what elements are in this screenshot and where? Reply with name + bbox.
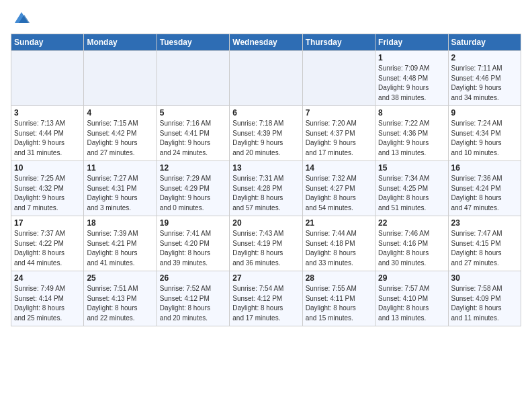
- day-number: 22: [378, 218, 445, 228]
- day-number: 11: [87, 163, 153, 173]
- calendar-cell: 25Sunrise: 7:51 AM Sunset: 4:13 PM Dayli…: [84, 271, 157, 326]
- day-info: Sunrise: 7:54 AM Sunset: 4:12 PM Dayligh…: [232, 284, 299, 323]
- day-number: 26: [160, 273, 226, 283]
- day-info: Sunrise: 7:51 AM Sunset: 4:13 PM Dayligh…: [87, 284, 153, 323]
- day-number: 16: [451, 163, 518, 173]
- day-info: Sunrise: 7:20 AM Sunset: 4:37 PM Dayligh…: [306, 119, 372, 158]
- day-info: Sunrise: 7:41 AM Sunset: 4:20 PM Dayligh…: [160, 229, 226, 268]
- day-info: Sunrise: 7:46 AM Sunset: 4:16 PM Dayligh…: [378, 229, 445, 268]
- day-info: Sunrise: 7:39 AM Sunset: 4:21 PM Dayligh…: [87, 229, 153, 268]
- day-info: Sunrise: 7:47 AM Sunset: 4:15 PM Dayligh…: [451, 229, 518, 268]
- weekday-header-thursday: Thursday: [302, 34, 375, 51]
- weekday-header-wednesday: Wednesday: [230, 34, 302, 51]
- calendar-cell: 18Sunrise: 7:39 AM Sunset: 4:21 PM Dayli…: [84, 216, 157, 271]
- day-number: 25: [87, 273, 153, 283]
- calendar-cell: 4Sunrise: 7:15 AM Sunset: 4:42 PM Daylig…: [84, 106, 157, 161]
- calendar-cell: 8Sunrise: 7:22 AM Sunset: 4:36 PM Daylig…: [375, 106, 448, 161]
- calendar-cell: 10Sunrise: 7:25 AM Sunset: 4:32 PM Dayli…: [11, 161, 84, 216]
- calendar-cell: 26Sunrise: 7:52 AM Sunset: 4:12 PM Dayli…: [157, 271, 229, 326]
- calendar-cell: [11, 51, 84, 106]
- day-number: 19: [160, 218, 226, 228]
- day-info: Sunrise: 7:36 AM Sunset: 4:24 PM Dayligh…: [451, 174, 518, 213]
- calendar-cell: 22Sunrise: 7:46 AM Sunset: 4:16 PM Dayli…: [375, 216, 448, 271]
- logo: [11, 8, 31, 27]
- calendar-cell: 19Sunrise: 7:41 AM Sunset: 4:20 PM Dayli…: [157, 216, 229, 271]
- weekday-header-sunday: Sunday: [11, 34, 84, 51]
- calendar-cell: 24Sunrise: 7:49 AM Sunset: 4:14 PM Dayli…: [11, 271, 84, 326]
- calendar-cell: 30Sunrise: 7:58 AM Sunset: 4:09 PM Dayli…: [448, 271, 521, 326]
- calendar-cell: 20Sunrise: 7:43 AM Sunset: 4:19 PM Dayli…: [230, 216, 302, 271]
- day-number: 4: [87, 108, 153, 118]
- calendar-cell: 29Sunrise: 7:57 AM Sunset: 4:10 PM Dayli…: [375, 271, 448, 326]
- calendar-cell: [230, 51, 302, 106]
- day-info: Sunrise: 7:44 AM Sunset: 4:18 PM Dayligh…: [306, 229, 372, 268]
- day-info: Sunrise: 7:31 AM Sunset: 4:28 PM Dayligh…: [232, 174, 299, 213]
- calendar-week-1: 3Sunrise: 7:13 AM Sunset: 4:44 PM Daylig…: [11, 106, 521, 161]
- day-number: 1: [378, 53, 445, 62]
- calendar-cell: 3Sunrise: 7:13 AM Sunset: 4:44 PM Daylig…: [11, 106, 84, 161]
- calendar-week-2: 10Sunrise: 7:25 AM Sunset: 4:32 PM Dayli…: [11, 161, 521, 216]
- day-number: 10: [14, 163, 81, 173]
- day-number: 7: [306, 108, 372, 118]
- day-number: 23: [451, 218, 518, 228]
- calendar-cell: 12Sunrise: 7:29 AM Sunset: 4:29 PM Dayli…: [157, 161, 229, 216]
- day-number: 17: [14, 218, 81, 228]
- day-info: Sunrise: 7:24 AM Sunset: 4:34 PM Dayligh…: [451, 119, 518, 158]
- day-info: Sunrise: 7:25 AM Sunset: 4:32 PM Dayligh…: [14, 174, 81, 213]
- day-info: Sunrise: 7:49 AM Sunset: 4:14 PM Dayligh…: [14, 284, 81, 323]
- day-info: Sunrise: 7:16 AM Sunset: 4:41 PM Dayligh…: [160, 119, 226, 158]
- day-info: Sunrise: 7:58 AM Sunset: 4:09 PM Dayligh…: [451, 284, 518, 323]
- calendar-cell: [157, 51, 229, 106]
- day-info: Sunrise: 7:09 AM Sunset: 4:48 PM Dayligh…: [378, 64, 445, 103]
- weekday-header-monday: Monday: [84, 34, 157, 51]
- day-number: 29: [378, 273, 445, 283]
- day-info: Sunrise: 7:43 AM Sunset: 4:19 PM Dayligh…: [232, 229, 299, 268]
- weekday-header-tuesday: Tuesday: [157, 34, 229, 51]
- day-number: 18: [87, 218, 153, 228]
- calendar-cell: 14Sunrise: 7:32 AM Sunset: 4:27 PM Dayli…: [302, 161, 375, 216]
- calendar-table: SundayMondayTuesdayWednesdayThursdayFrid…: [11, 34, 521, 326]
- day-info: Sunrise: 7:34 AM Sunset: 4:25 PM Dayligh…: [378, 174, 445, 213]
- calendar-cell: 5Sunrise: 7:16 AM Sunset: 4:41 PM Daylig…: [157, 106, 229, 161]
- day-number: 28: [306, 273, 372, 283]
- calendar-cell: 2Sunrise: 7:11 AM Sunset: 4:46 PM Daylig…: [448, 51, 521, 106]
- weekday-header-friday: Friday: [375, 34, 448, 51]
- day-number: 3: [14, 108, 81, 118]
- calendar-cell: 27Sunrise: 7:54 AM Sunset: 4:12 PM Dayli…: [230, 271, 302, 326]
- calendar-cell: 15Sunrise: 7:34 AM Sunset: 4:25 PM Dayli…: [375, 161, 448, 216]
- day-info: Sunrise: 7:18 AM Sunset: 4:39 PM Dayligh…: [232, 119, 299, 158]
- day-info: Sunrise: 7:22 AM Sunset: 4:36 PM Dayligh…: [378, 119, 445, 158]
- day-number: 15: [378, 163, 445, 173]
- page-header: [11, 8, 521, 27]
- calendar-week-3: 17Sunrise: 7:37 AM Sunset: 4:22 PM Dayli…: [11, 216, 521, 271]
- day-number: 9: [451, 108, 518, 118]
- day-info: Sunrise: 7:32 AM Sunset: 4:27 PM Dayligh…: [306, 174, 372, 213]
- day-info: Sunrise: 7:13 AM Sunset: 4:44 PM Dayligh…: [14, 119, 81, 158]
- logo-icon: [12, 8, 31, 27]
- day-number: 30: [451, 273, 518, 283]
- calendar-cell: 28Sunrise: 7:55 AM Sunset: 4:11 PM Dayli…: [302, 271, 375, 326]
- day-info: Sunrise: 7:57 AM Sunset: 4:10 PM Dayligh…: [378, 284, 445, 323]
- day-number: 5: [160, 108, 226, 118]
- day-info: Sunrise: 7:27 AM Sunset: 4:31 PM Dayligh…: [87, 174, 153, 213]
- calendar-cell: [84, 51, 157, 106]
- calendar-cell: 23Sunrise: 7:47 AM Sunset: 4:15 PM Dayli…: [448, 216, 521, 271]
- calendar-week-4: 24Sunrise: 7:49 AM Sunset: 4:14 PM Dayli…: [11, 271, 521, 326]
- day-info: Sunrise: 7:29 AM Sunset: 4:29 PM Dayligh…: [160, 174, 226, 213]
- day-number: 6: [232, 108, 299, 118]
- day-number: 13: [232, 163, 299, 173]
- day-number: 21: [306, 218, 372, 228]
- day-info: Sunrise: 7:52 AM Sunset: 4:12 PM Dayligh…: [160, 284, 226, 323]
- day-number: 2: [451, 53, 518, 62]
- header-row: SundayMondayTuesdayWednesdayThursdayFrid…: [11, 34, 521, 51]
- day-number: 24: [14, 273, 81, 283]
- page-container: SundayMondayTuesdayWednesdayThursdayFrid…: [0, 0, 532, 332]
- calendar-cell: 7Sunrise: 7:20 AM Sunset: 4:37 PM Daylig…: [302, 106, 375, 161]
- day-info: Sunrise: 7:15 AM Sunset: 4:42 PM Dayligh…: [87, 119, 153, 158]
- calendar-cell: 9Sunrise: 7:24 AM Sunset: 4:34 PM Daylig…: [448, 106, 521, 161]
- day-info: Sunrise: 7:37 AM Sunset: 4:22 PM Dayligh…: [14, 229, 81, 268]
- calendar-cell: 6Sunrise: 7:18 AM Sunset: 4:39 PM Daylig…: [230, 106, 302, 161]
- day-number: 20: [232, 218, 299, 228]
- calendar-cell: 11Sunrise: 7:27 AM Sunset: 4:31 PM Dayli…: [84, 161, 157, 216]
- calendar-cell: 17Sunrise: 7:37 AM Sunset: 4:22 PM Dayli…: [11, 216, 84, 271]
